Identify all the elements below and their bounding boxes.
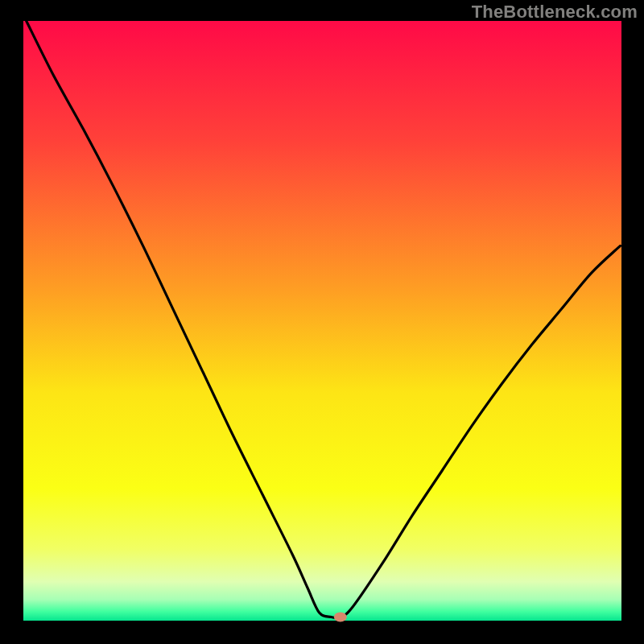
optimal-point-marker [334, 613, 347, 622]
chart-container: { "watermark": "TheBottleneck.com", "cha… [0, 0, 644, 644]
chart-background [23, 21, 621, 621]
bottleneck-chart [0, 0, 644, 644]
watermark-text: TheBottleneck.com [472, 2, 638, 23]
